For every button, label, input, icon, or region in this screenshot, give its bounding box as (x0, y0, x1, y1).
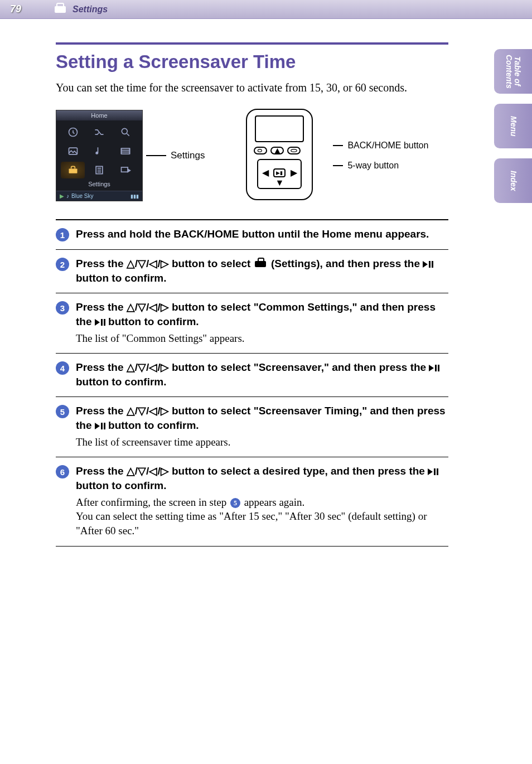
tab-table-of-contents[interactable]: Table of Contents (494, 49, 532, 94)
step-ref-5: 5 (230, 498, 240, 508)
svg-rect-6 (122, 167, 128, 172)
device-diagram: ▲ ◀▶▮▶ ▼ (238, 109, 322, 202)
breadcrumb: Settings (55, 4, 108, 14)
play-icon: ▶ (60, 193, 64, 199)
list-icon (87, 162, 111, 178)
device-callouts: BACK/HOME button 5-way button (333, 141, 428, 171)
now-playing-bar: ▶ ♪ Blue Sky ▮▮▮ (56, 191, 142, 201)
play-pause-icon (429, 365, 439, 371)
steps-list: 1 Press and hold the BACK/HOME button un… (56, 219, 448, 547)
step-6-number: 6 (56, 465, 69, 478)
step-2-number: 2 (56, 258, 69, 271)
video-icon (114, 143, 138, 159)
play-pause-icon (95, 319, 105, 326)
arrow-buttons-icon: △/▽/◁/▷ (127, 301, 169, 313)
device-screen-title: Home (56, 110, 142, 120)
five-way-pad: ◀▶▮▶ ▼ (257, 159, 302, 189)
search-icon (114, 124, 138, 141)
battery-icon: ▮▮▮ (130, 194, 139, 199)
step-5-text: Press the △/▽/◁/▷ button to select "Scre… (76, 404, 448, 432)
device-screen: Home Settings ▶ ♪ Blue Sky (56, 110, 143, 201)
svg-rect-4 (69, 169, 77, 173)
svg-point-1 (122, 128, 128, 134)
shuffle-icon (87, 124, 111, 141)
back-home-button: ▲ (270, 147, 284, 154)
device-screen-figure: Home Settings ▶ ♪ Blue Sky (56, 110, 205, 201)
step-4: 4 Press the △/▽/◁/▷ button to select "Sc… (56, 353, 448, 396)
play-pause-icon (423, 261, 433, 268)
device-selected-label: Settings (56, 180, 142, 191)
play-pause-icon (428, 468, 438, 475)
step-5-number: 5 (56, 405, 69, 418)
closing-rule (56, 546, 448, 547)
step-6-text: Press the △/▽/◁/▷ button to select a des… (76, 464, 448, 492)
step-1-text: Press and hold the BACK/HOME button unti… (76, 227, 448, 241)
svg-point-7 (291, 149, 297, 152)
step-2-text: Press the △/▽/◁/▷ button to select (Sett… (76, 257, 448, 285)
arrow-buttons-icon: △/▽/◁/▷ (127, 361, 169, 373)
svg-rect-3 (122, 148, 130, 154)
toolbox-icon (255, 260, 267, 268)
page-title: Setting a Screensaver Time (56, 51, 448, 72)
arrow-buttons-icon: △/▽/◁/▷ (127, 405, 169, 417)
step-2: 2 Press the △/▽/◁/▷ button to select (Se… (56, 249, 448, 293)
arrow-buttons-icon: △/▽/◁/▷ (127, 465, 169, 477)
figure-row: Home Settings ▶ ♪ Blue Sky (56, 109, 448, 202)
clock-icon (61, 124, 85, 141)
breadcrumb-label: Settings (72, 4, 108, 14)
now-playing-title: Blue Sky (71, 193, 93, 199)
page-header: 79 Settings (0, 0, 532, 19)
music-note-icon: ♪ (66, 193, 69, 199)
step-3-note: The list of "Common Settings" appears. (76, 331, 448, 346)
page-number: 79 (10, 3, 21, 15)
step-3-number: 3 (56, 301, 69, 315)
callout-five-way: 5-way button (347, 161, 399, 171)
step-3-text: Press the △/▽/◁/▷ button to select "Comm… (76, 300, 448, 328)
arrow-buttons-icon: △/▽/◁/▷ (127, 258, 169, 269)
page-content: Setting a Screensaver Time You can set t… (0, 19, 532, 547)
intro-text: You can set the time for the screensaver… (56, 80, 448, 95)
photo-icon (61, 143, 85, 159)
step-5: 5 Press the △/▽/◁/▷ button to select "Sc… (56, 396, 448, 457)
screen-callout-label: Settings (171, 150, 205, 161)
side-nav: Table of Contents Menu Index (494, 49, 532, 203)
loop-button-icon (254, 147, 267, 154)
play-pause-icon (95, 423, 105, 429)
step-5-note: The list of screensaver time appears. (76, 435, 448, 449)
toolbox-icon (61, 162, 85, 178)
music-icon (87, 143, 111, 159)
toolbox-icon (55, 5, 67, 14)
playlist-icon (114, 162, 138, 178)
step-4-number: 4 (56, 361, 69, 375)
step-3: 3 Press the △/▽/◁/▷ button to select "Co… (56, 293, 448, 353)
tab-index[interactable]: Index (494, 158, 532, 203)
step-4-text: Press the △/▽/◁/▷ button to select "Scre… (76, 360, 448, 389)
step-1: 1 Press and hold the BACK/HOME button un… (56, 219, 448, 249)
step-6-note: After confirming, the screen in step 5 a… (76, 495, 448, 538)
step-6: 6 Press the △/▽/◁/▷ button to select a d… (56, 457, 448, 545)
step-1-number: 1 (56, 228, 69, 241)
tab-menu[interactable]: Menu (494, 104, 532, 148)
callout-back-home: BACK/HOME button (347, 141, 428, 151)
oval-button-icon (287, 147, 301, 154)
